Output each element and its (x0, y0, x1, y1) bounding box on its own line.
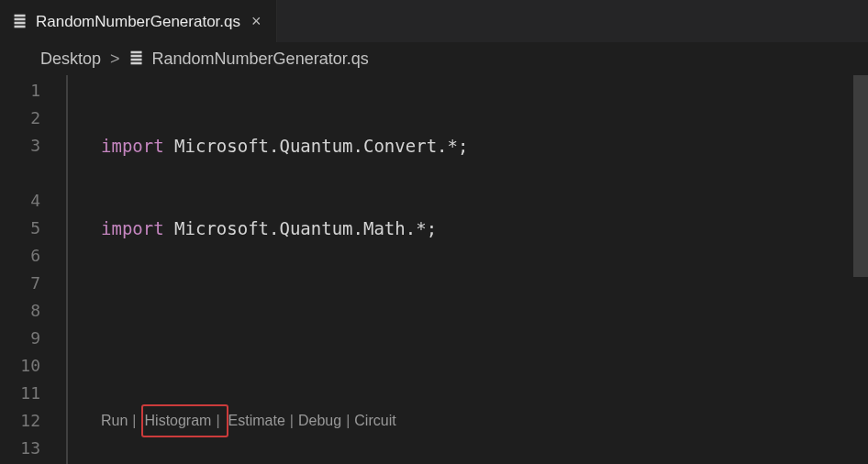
line-number: 7 (0, 270, 40, 297)
line-number: 11 (0, 380, 40, 407)
line-number: 1 (0, 77, 40, 105)
codelens-estimate[interactable]: Estimate (228, 407, 285, 435)
code-line (68, 297, 868, 325)
vertical-scrollbar[interactable] (853, 75, 868, 464)
file-tab[interactable]: ≣ RandomNumberGenerator.qs × (0, 0, 276, 42)
code-area[interactable]: import Microsoft.Quantum.Convert.*; impo… (66, 75, 868, 464)
close-icon[interactable]: × (250, 10, 263, 33)
line-number: 4 (0, 187, 40, 215)
codelens-sep: | (132, 407, 136, 435)
line-number: 3 (0, 132, 40, 160)
line-gutter: 1 2 3 4 5 6 7 8 9 10 11 12 13 (0, 75, 66, 464)
codelens-sep: | (216, 413, 219, 428)
file-list-icon: ≣ (13, 12, 27, 32)
line-number: 10 (0, 352, 40, 380)
tab-filename: RandomNumberGenerator.qs (36, 13, 240, 31)
codelens-sep: | (346, 407, 350, 435)
line-number: 6 (0, 242, 40, 270)
line-number: 8 (0, 297, 40, 325)
codelens-histogram-highlight: Histogram| (141, 404, 228, 437)
codelens-run[interactable]: Run (101, 407, 128, 435)
breadcrumb: Desktop > ≣ RandomNumberGenerator.qs (0, 42, 868, 75)
editor: 1 2 3 4 5 6 7 8 9 10 11 12 13 import Mic… (0, 75, 868, 464)
codelens-debug[interactable]: Debug (298, 407, 341, 435)
tab-bar-empty (276, 0, 868, 42)
breadcrumb-file[interactable]: RandomNumberGenerator.qs (152, 50, 369, 69)
line-number: 5 (0, 215, 40, 242)
breadcrumb-root[interactable]: Desktop (40, 50, 101, 69)
code-line: import Microsoft.Quantum.Convert.*; (68, 132, 868, 160)
scrollbar-thumb[interactable] (853, 75, 868, 277)
codelens-histogram[interactable]: Histogram (145, 413, 212, 428)
chevron-right-icon: > (110, 50, 120, 69)
code-line: import Microsoft.Quantum.Math.*; (68, 215, 868, 242)
codelens-sep: | (290, 407, 294, 435)
tab-bar: ≣ RandomNumberGenerator.qs × (0, 0, 868, 42)
line-number: 13 (0, 435, 40, 462)
line-number: 2 (0, 105, 40, 132)
codelens: Run | Histogram| Estimate | Debug | Circ… (68, 407, 868, 435)
line-number: 9 (0, 325, 40, 352)
line-number: 12 (0, 407, 40, 435)
file-list-icon: ≣ (129, 49, 143, 69)
line-number-spacer (0, 160, 40, 187)
codelens-circuit[interactable]: Circuit (354, 407, 395, 435)
